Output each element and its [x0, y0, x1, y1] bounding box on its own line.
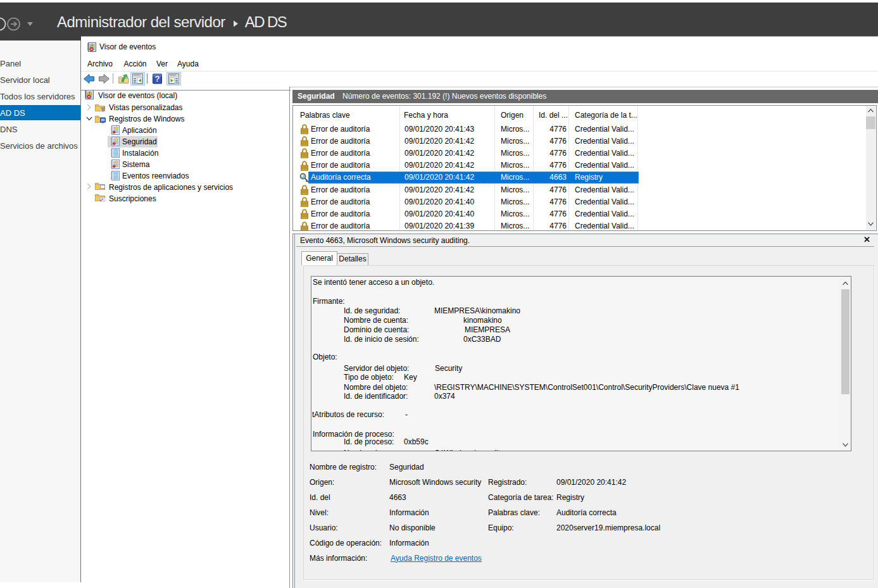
svg-text:?: ? — [155, 74, 160, 84]
